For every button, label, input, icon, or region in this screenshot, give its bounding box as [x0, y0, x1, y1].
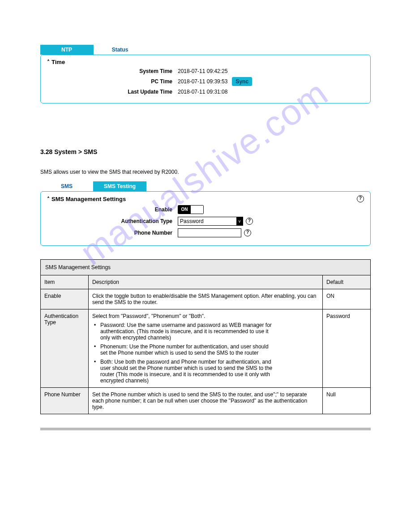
table-header-item: Item	[41, 275, 89, 289]
last-update-label: Last Update Time	[47, 89, 178, 95]
time-panel-header[interactable]: Time	[47, 59, 364, 65]
time-tabs: NTP Status	[40, 45, 371, 55]
table-row: Authentication Type Select from "Passwor…	[41, 309, 371, 388]
cell-default-enable: ON	[323, 289, 371, 309]
auth-type-select[interactable]: Password v	[178, 217, 243, 226]
tab-sms[interactable]: SMS	[40, 181, 93, 191]
system-time-label: System Time	[47, 68, 178, 74]
cell-desc-enable: Click the toggle button to enable/disabl…	[89, 289, 323, 309]
cell-default-auth: Password	[323, 309, 371, 388]
sms-panel-title: SMS Management Settings	[51, 196, 126, 202]
tab-ntp[interactable]: NTP	[40, 45, 93, 55]
table-row: Phone Number Set the Phone number which …	[41, 388, 371, 414]
table-row: Enable Click the toggle button to enable…	[41, 289, 371, 309]
caret-up-icon	[47, 59, 50, 65]
phone-number-label: Phone Number	[47, 230, 178, 236]
time-panel-title: Time	[51, 59, 65, 65]
help-icon[interactable]: ?	[357, 195, 364, 202]
chevron-down-icon: v	[236, 217, 243, 225]
spec-table: SMS Management Settings Item Description…	[40, 259, 371, 414]
pc-time-label: PC Time	[47, 78, 178, 85]
cell-item-auth: Authentication Type	[41, 309, 89, 388]
phone-number-input[interactable]	[178, 228, 241, 237]
pc-time-value: 2018-07-11 09:39:53	[178, 78, 227, 85]
auth-type-value: Password	[180, 218, 204, 224]
sms-section-intro: SMS allows user to view the SMS that rec…	[40, 169, 371, 175]
sms-panel: SMS Management Settings ? Enable ON Auth…	[40, 191, 371, 246]
cell-desc-phone: Set the Phone number which is used to se…	[89, 388, 323, 414]
footer-divider	[40, 428, 371, 430]
table-main-header: SMS Management Settings	[41, 260, 371, 275]
sms-panel-header[interactable]: SMS Management Settings ?	[47, 195, 364, 202]
enable-label: Enable	[47, 206, 178, 213]
toggle-on-label: ON	[178, 206, 191, 214]
tab-status[interactable]: Status	[93, 45, 146, 55]
tab-sms-testing[interactable]: SMS Testing	[93, 181, 146, 191]
table-header-default: Default	[323, 275, 371, 289]
sms-section-heading: 3.28 System > SMS	[40, 148, 371, 155]
time-panel: Time System Time 2018-07-11 09:42:25 PC …	[40, 55, 371, 103]
toggle-off-space	[191, 206, 203, 214]
cell-desc-auth: Select from "Password", "Phonenum" or "B…	[89, 309, 323, 388]
table-header-description: Description	[89, 275, 323, 289]
auth-type-label: Authentication Type	[47, 218, 178, 224]
cell-item-enable: Enable	[41, 289, 89, 309]
last-update-value: 2018-07-11 09:31:08	[178, 89, 227, 95]
system-time-value: 2018-07-11 09:42:25	[178, 68, 227, 74]
cell-item-phone: Phone Number	[41, 388, 89, 414]
caret-up-icon	[47, 196, 50, 202]
help-icon[interactable]: ?	[244, 229, 251, 236]
cell-default-phone: Null	[323, 388, 371, 414]
help-icon[interactable]: ?	[246, 218, 253, 225]
sync-button[interactable]: Sync	[232, 77, 252, 86]
sms-tabs: SMS SMS Testing	[40, 181, 371, 191]
enable-toggle[interactable]: ON	[178, 205, 204, 214]
